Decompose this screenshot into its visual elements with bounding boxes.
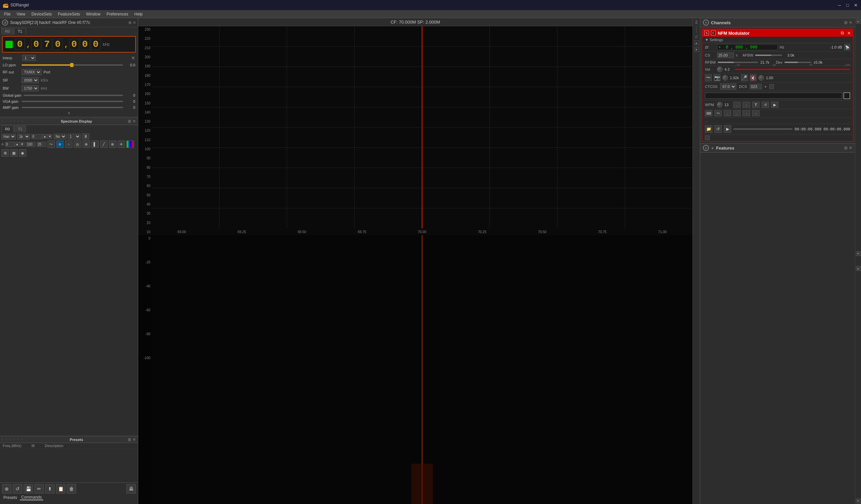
nfm-bottom-checkbox[interactable] xyxy=(705,136,710,140)
cw-color-swatch[interactable] xyxy=(844,92,850,99)
maximize-button[interactable]: □ xyxy=(845,2,850,8)
channels-add-button[interactable]: + xyxy=(703,19,709,26)
freq-digit-4[interactable]: 0 xyxy=(69,39,79,50)
strip-label-t1[interactable]: T1 xyxy=(695,35,698,39)
avg-type-select[interactable]: No xyxy=(54,134,66,139)
menu-help[interactable]: Help xyxy=(132,11,146,17)
freq-digit-6[interactable]: 0 xyxy=(91,39,101,50)
playback-progress[interactable] xyxy=(733,128,793,130)
spectrum-resize-handle[interactable]: • • • • • • xyxy=(2,119,24,124)
freq-digit-3[interactable]: 0 xyxy=(53,39,63,50)
sr-select[interactable]: 2000 xyxy=(22,77,39,83)
wpm-loop-btn[interactable]: ↺ xyxy=(762,102,769,108)
toolbar-tab-commands[interactable]: Commands xyxy=(20,495,43,500)
wpm-dot-btn[interactable]: . xyxy=(733,102,741,108)
avg-count-select[interactable]: 1 xyxy=(68,134,81,139)
global-gain-slider[interactable] xyxy=(24,95,123,96)
titlebar-controls[interactable]: ─ □ ✕ xyxy=(837,2,858,8)
audio-icon-wave[interactable]: 〜 xyxy=(705,74,712,81)
toolbar-add-button[interactable]: ⊕ xyxy=(2,484,12,493)
playback-loop-btn[interactable]: ↺ xyxy=(714,125,722,133)
features-expand-icon[interactable]: ⊞ xyxy=(844,145,848,150)
spectrum-icon-sine[interactable]: 〜 xyxy=(47,140,55,148)
spectrum-icon-circle1[interactable]: ○ xyxy=(65,140,72,148)
overlap-down[interactable]: ▼ xyxy=(47,134,52,139)
db-min-up[interactable]: ▲ xyxy=(15,142,19,146)
presets-resize-handle[interactable]: • • • • • • xyxy=(2,437,24,442)
spectrum-icon-target[interactable]: ⊕ xyxy=(83,140,90,148)
nfm-dev-slider[interactable] xyxy=(784,62,811,63)
scroll2-up-btn[interactable]: ▲ xyxy=(856,266,861,271)
wpm-t-btn[interactable]: T xyxy=(752,102,760,108)
toolbar-save-button[interactable]: 💾 xyxy=(24,484,33,493)
audio-icon-mic-btn[interactable]: 📷 xyxy=(714,74,721,81)
morse-dot-btn2[interactable]: . xyxy=(733,110,741,116)
playback-folder-btn[interactable]: 📁 xyxy=(705,125,712,133)
menu-featuresets[interactable]: FeatureSets xyxy=(55,11,83,17)
toolbar-copy-button[interactable]: 📋 xyxy=(56,484,65,493)
spectrum-icon-layout[interactable]: ▦ xyxy=(10,149,17,157)
toolbar-tab-presets[interactable]: Presets xyxy=(2,495,18,500)
morse-wave-btn[interactable]: 〜 xyxy=(714,110,722,116)
nfm-afbw-slider[interactable] xyxy=(755,55,782,56)
channels-close-icon[interactable]: ✕ xyxy=(849,20,852,25)
spectrum-icon-bar[interactable]: ▌ xyxy=(91,140,99,148)
freq-digit-2[interactable]: 7 xyxy=(42,39,52,50)
amp-gain-slider[interactable] xyxy=(22,107,123,108)
nfm-antenna-button[interactable]: 📡 xyxy=(844,44,850,50)
strip-arrow-down[interactable]: ▼ xyxy=(694,47,699,52)
menu-file[interactable]: File xyxy=(1,11,13,17)
device-close-icon[interactable]: ✕ xyxy=(133,20,136,25)
toolbar-delete-button[interactable]: 🗑 xyxy=(67,484,76,493)
audio-mute-icon[interactable]: 🔇 xyxy=(750,74,756,81)
nfm-settings-label[interactable]: ▼ Settings xyxy=(702,37,853,43)
lo-ppm-slider[interactable] xyxy=(22,64,123,66)
dcs-checkbox[interactable] xyxy=(769,84,774,89)
spectrum-tab-t1[interactable]: T1 xyxy=(14,126,26,132)
nfm-close-button[interactable]: ✕ xyxy=(847,31,851,36)
features-add-button[interactable]: + xyxy=(703,145,709,151)
bw-select[interactable]: 1750 xyxy=(22,85,39,91)
presets-close-icon[interactable]: ✕ xyxy=(133,437,136,442)
spectrum-icon-plus[interactable]: ✛ xyxy=(118,140,125,148)
spectrum-expand-icon[interactable]: ⊞ xyxy=(128,119,131,124)
interp-select[interactable]: 1 2 4 xyxy=(22,55,36,61)
spectrum-icon-color[interactable] xyxy=(126,140,134,148)
minimize-button[interactable]: ─ xyxy=(837,2,842,8)
freq-digit-1[interactable]: 0 xyxy=(31,39,41,50)
scroll-down-arrow[interactable]: ▼ xyxy=(0,111,138,116)
fft-size-select[interactable]: 1k xyxy=(17,134,30,139)
nfm-rfbw-slider[interactable] xyxy=(718,62,758,63)
morse-dash-btn2[interactable]: - xyxy=(752,110,760,116)
ctcss-select[interactable]: 67.0 xyxy=(720,84,736,89)
pause-button[interactable]: ⏸ xyxy=(82,134,89,139)
freq-digit-0[interactable]: 0 xyxy=(15,39,25,50)
audio-mic-icon[interactable]: 🎤 xyxy=(741,74,748,81)
scroll-down-btn[interactable]: ▼ xyxy=(856,251,861,256)
channels-expand-icon[interactable]: ⊞ xyxy=(844,20,848,25)
morse-keyboard-btn[interactable]: ⌨ xyxy=(705,110,712,116)
vol-slider[interactable] xyxy=(735,69,850,70)
toolbar-edit-button[interactable]: ✏ xyxy=(35,484,44,493)
rf-out-select[interactable]: TX/RX xyxy=(22,69,41,75)
tab-r0[interactable]: R0 xyxy=(1,28,13,35)
spectrum-close-icon[interactable]: ✕ xyxy=(133,119,136,124)
scroll-up-btn[interactable]: ▲ xyxy=(856,19,861,24)
nfm-deltaf-input[interactable] xyxy=(717,44,778,50)
wpm-play-btn[interactable]: ▶ xyxy=(771,102,778,108)
device-refresh-button[interactable]: ↺ xyxy=(2,19,8,26)
spectrum-icon-waterfall[interactable]: ≋ xyxy=(56,140,64,148)
vol-knob[interactable] xyxy=(717,67,722,72)
spectrum-icon-oval[interactable]: ⊗ xyxy=(109,140,116,148)
spectrum-icon-circle2[interactable]: ◎ xyxy=(74,140,81,148)
morse-dash-btn1[interactable]: - xyxy=(743,110,750,116)
tab-t1[interactable]: T1 xyxy=(14,28,26,35)
nfm-cs-input[interactable] xyxy=(717,53,734,58)
freq-digit-5[interactable]: 0 xyxy=(80,39,90,50)
strip-label-r0[interactable]: R0 xyxy=(695,20,698,24)
toolbar-export-button[interactable]: ⬆ xyxy=(45,484,55,493)
overlap-up[interactable]: ▲ xyxy=(42,134,47,139)
spectrum-icon-circle3[interactable]: ◉ xyxy=(19,149,26,157)
device-panel-close[interactable]: ✕ xyxy=(131,55,135,61)
scroll2-down-btn[interactable]: ▼ xyxy=(856,499,861,503)
